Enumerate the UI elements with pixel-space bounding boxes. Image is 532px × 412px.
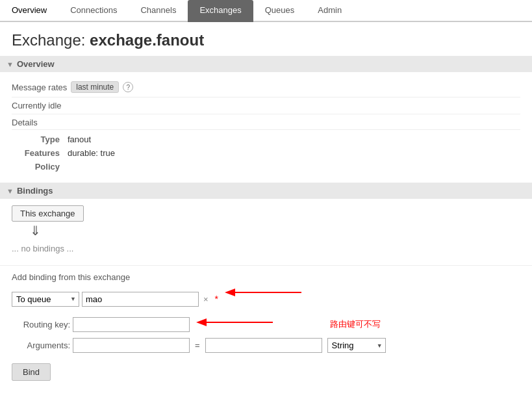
message-rates-row: Message rates last minute ?: [12, 77, 520, 97]
details-table: Type fanout Features durable: true Polic…: [12, 133, 520, 174]
overview-section-label: Overview: [17, 59, 55, 69]
tab-queues[interactable]: Queues: [253, 0, 307, 22]
this-exchange-button[interactable]: This exchange: [12, 205, 84, 222]
binding-to-row: To queue To exchange × *: [12, 287, 520, 311]
queue-input[interactable]: [82, 292, 199, 307]
bind-button[interactable]: Bind: [12, 363, 51, 381]
equals-sign: =: [192, 341, 203, 350]
routing-key-label: Routing key:: [12, 320, 70, 329]
to-select-wrapper[interactable]: To queue To exchange: [12, 292, 79, 307]
arrow-down-icon: ⇓: [12, 222, 520, 241]
status-idle: Currently idle: [12, 97, 520, 114]
arguments-key-input[interactable]: [73, 338, 190, 353]
add-binding-title: Add binding from this exchange: [12, 272, 520, 282]
to-select[interactable]: To queue To exchange: [12, 292, 79, 307]
type-select-wrapper[interactable]: String Number Boolean: [327, 338, 386, 353]
add-binding-section: Add binding from this exchange To queue …: [0, 265, 532, 386]
type-row: Type fanout: [12, 133, 520, 146]
policy-label: Policy: [12, 160, 64, 174]
page-title-name: exchage.fanout: [90, 31, 204, 49]
tab-exchanges[interactable]: Exchanges: [188, 0, 253, 22]
tab-admin[interactable]: Admin: [306, 0, 353, 22]
binding-routing-key-row: Routing key: 路由键可不写: [12, 315, 520, 334]
type-label: Type: [12, 133, 64, 146]
routing-key-input[interactable]: [73, 317, 190, 332]
tab-connections[interactable]: Connections: [58, 0, 129, 22]
arguments-label: Arguments:: [12, 341, 70, 350]
binding-form-wrapper: To queue To exchange × * Routing key:: [12, 287, 520, 381]
help-icon[interactable]: ?: [123, 82, 133, 92]
page-title-prefix: Exchange:: [12, 31, 90, 49]
arguments-value-input[interactable]: [205, 338, 322, 353]
tab-channels[interactable]: Channels: [129, 0, 188, 22]
type-select[interactable]: String Number Boolean: [327, 338, 386, 353]
binding-arguments-row: Arguments: = String Number Boolean: [12, 338, 520, 353]
bindings-section-header[interactable]: ▼ Bindings: [0, 183, 532, 199]
policy-value: [64, 160, 520, 174]
routing-annotation-text: 路由键可不写: [330, 318, 381, 330]
features-label: Features: [12, 146, 64, 160]
page-title: Exchange: exchage.fanout: [0, 22, 532, 56]
annotation-arrow-1: [223, 285, 327, 308]
nav-bar: Overview Connections Channels Exchanges …: [0, 0, 532, 22]
annotation-arrow-2: [195, 313, 325, 333]
bind-button-row: Bind: [12, 357, 520, 381]
details-label: Details: [12, 114, 520, 130]
type-value: fanout: [64, 133, 520, 146]
overview-content: Message rates last minute ? Currently id…: [0, 72, 532, 183]
overview-collapse-arrow[interactable]: ▼: [6, 60, 14, 68]
features-value: durable: true: [64, 146, 520, 160]
no-bindings-text: ... no bindings ...: [12, 241, 520, 259]
message-rates-label: Message rates: [12, 83, 67, 92]
bindings-collapse-arrow[interactable]: ▼: [6, 187, 14, 195]
bindings-section-label: Bindings: [17, 186, 53, 196]
overview-section-header[interactable]: ▼ Overview: [0, 56, 532, 72]
features-row: Features durable: true: [12, 146, 520, 160]
clear-queue-input-button[interactable]: ×: [201, 294, 210, 304]
required-star: *: [215, 294, 218, 304]
policy-row: Policy: [12, 160, 520, 174]
last-minute-button[interactable]: last minute: [71, 81, 119, 93]
bindings-content: This exchange ⇓ ... no bindings ...: [0, 199, 532, 265]
tab-overview[interactable]: Overview: [0, 0, 58, 22]
